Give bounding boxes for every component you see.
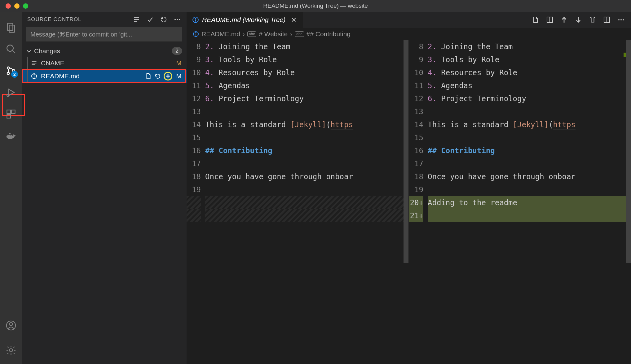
file-row-cname[interactable]: CNAME M — [22, 57, 187, 70]
code-content[interactable]: 2. Joining the Team3. Tools by Role4. Re… — [428, 40, 631, 364]
status-letter: M — [175, 59, 182, 67]
settings-gear-icon[interactable] — [0, 339, 22, 361]
view-as-tree-icon[interactable] — [133, 16, 140, 23]
refresh-icon[interactable] — [160, 16, 167, 23]
svg-point-24 — [179, 19, 180, 20]
breadcrumb-file: README.md — [201, 30, 240, 38]
tab-label: README.md (Working Tree) — [202, 16, 285, 24]
changes-count-badge: 2 — [172, 47, 182, 55]
info-icon — [31, 73, 38, 79]
chevron-down-icon — [26, 48, 32, 54]
previous-change-icon[interactable] — [560, 16, 568, 24]
status-letter: M — [175, 72, 182, 80]
stage-changes-button[interactable] — [164, 72, 172, 80]
info-icon — [193, 31, 199, 37]
svg-point-8 — [7, 94, 9, 96]
run-debug-icon[interactable] — [0, 81, 22, 103]
explorer-icon[interactable] — [0, 16, 22, 38]
source-control-icon[interactable]: 2 — [0, 60, 22, 81]
breadcrumb[interactable]: README.md › abc # Website › abc ## Contr… — [187, 28, 631, 40]
discard-changes-icon[interactable] — [154, 73, 161, 80]
changes-label: Changes — [34, 47, 60, 55]
toggle-inline-icon[interactable] — [546, 16, 554, 24]
chevron-right-icon: › — [243, 30, 245, 38]
svg-point-35 — [195, 18, 196, 19]
svg-rect-1 — [9, 25, 14, 32]
scm-badge: 2 — [11, 71, 18, 78]
tab-bar: README.md (Working Tree) — [187, 12, 631, 28]
close-tab-icon[interactable] — [290, 16, 297, 23]
titlebar: README.md (Working Tree) — website — [0, 0, 631, 12]
scrollbar[interactable] — [404, 40, 408, 364]
chevron-right-icon: › — [290, 30, 292, 38]
window-close-button[interactable] — [6, 3, 11, 9]
more-actions-icon[interactable] — [617, 16, 625, 24]
svg-point-30 — [34, 75, 34, 75]
search-icon[interactable] — [0, 38, 22, 60]
svg-point-51 — [196, 32, 196, 33]
scrollbar[interactable] — [626, 40, 631, 364]
svg-rect-11 — [7, 114, 11, 118]
svg-point-47 — [620, 19, 622, 20]
svg-point-17 — [9, 323, 12, 326]
svg-rect-15 — [9, 133, 10, 134]
window-title: README.md (Working Tree) — website — [263, 2, 368, 9]
window-zoom-button[interactable] — [23, 3, 28, 9]
accounts-icon[interactable] — [0, 314, 22, 336]
source-control-panel: SOURCE CONTROL Changes 2 CNAME — [22, 12, 187, 364]
diff-original-pane[interactable]: 8910111213141516171819 2. Joining the Te… — [187, 40, 408, 364]
svg-point-2 — [7, 45, 13, 51]
svg-point-4 — [7, 67, 9, 69]
svg-rect-10 — [11, 110, 15, 114]
svg-rect-9 — [7, 110, 11, 114]
line-gutter: 891011121314151617181920+21+ — [409, 40, 428, 364]
svg-point-48 — [623, 19, 624, 20]
breadcrumb-section: # Website — [259, 30, 288, 38]
activity-bar: 2 — [0, 12, 22, 364]
more-actions-icon[interactable] — [174, 16, 181, 23]
symbol-icon: abc — [295, 31, 304, 37]
editor-area: README.md (Working Tree) README.md › — [187, 12, 631, 364]
whitespace-icon[interactable] — [589, 16, 596, 24]
info-icon — [192, 16, 199, 23]
breadcrumb-section: ## Contributing — [307, 30, 351, 38]
changes-section-header[interactable]: Changes 2 — [22, 45, 187, 57]
docker-icon[interactable] — [0, 125, 22, 146]
extensions-icon[interactable] — [0, 103, 22, 125]
symbol-icon: abc — [247, 31, 256, 37]
split-editor-icon[interactable] — [603, 16, 611, 24]
commit-check-icon[interactable] — [146, 16, 154, 23]
open-file-icon[interactable] — [532, 16, 539, 24]
svg-point-23 — [177, 19, 178, 20]
line-gutter: 8910111213141516171819 — [187, 40, 205, 364]
panel-title: SOURCE CONTROL — [27, 16, 127, 23]
commit-message-input[interactable] — [26, 27, 182, 41]
window-minimize-button[interactable] — [14, 3, 20, 9]
file-lines-icon — [31, 60, 38, 66]
svg-point-18 — [9, 349, 12, 352]
svg-point-5 — [7, 72, 9, 74]
diff-modified-pane[interactable]: 891011121314151617181920+21+ 2. Joining … — [409, 40, 631, 364]
svg-line-3 — [12, 50, 15, 53]
svg-marker-7 — [9, 89, 14, 95]
minimap[interactable] — [614, 40, 626, 364]
svg-point-22 — [174, 19, 176, 20]
diff-view: 8910111213141516171819 2. Joining the Te… — [187, 40, 631, 364]
svg-point-46 — [618, 19, 620, 20]
file-name: README.md — [41, 72, 145, 80]
file-row-readme[interactable]: README.md M — [22, 70, 187, 83]
code-content[interactable]: 2. Joining the Team3. Tools by Role4. Re… — [205, 40, 408, 364]
svg-rect-0 — [7, 23, 13, 30]
next-change-icon[interactable] — [575, 16, 582, 24]
file-name: CNAME — [41, 59, 172, 67]
open-file-icon[interactable] — [145, 73, 152, 80]
editor-tab-readme[interactable]: README.md (Working Tree) — [187, 12, 303, 28]
